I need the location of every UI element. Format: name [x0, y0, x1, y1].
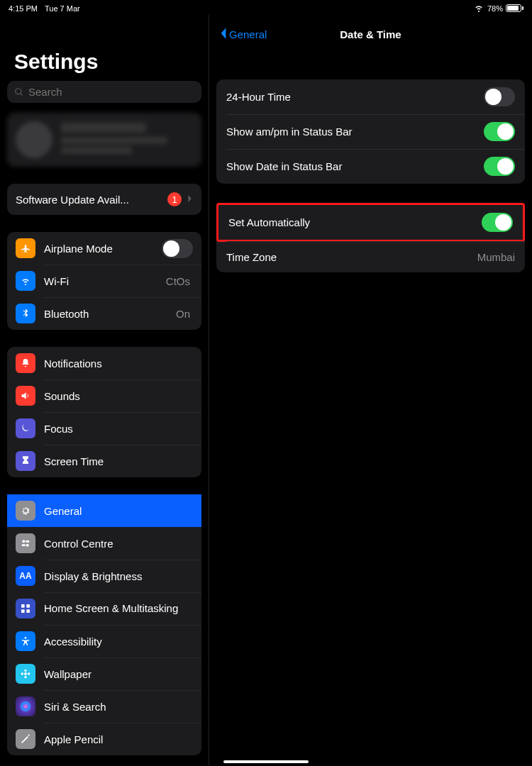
sidebar-item-bluetooth[interactable]: Bluetooth On: [7, 297, 201, 330]
profile-text: [61, 123, 167, 157]
grid-icon: [16, 599, 35, 618]
text-size-icon: AA: [16, 566, 35, 586]
svg-rect-2: [22, 544, 26, 546]
time-zone-value: Mumbai: [477, 251, 515, 263]
detail-pane: General Date & Time 24-Hour Time Show am…: [209, 14, 532, 766]
svg-point-10: [24, 670, 26, 672]
detail-title: Date & Time: [340, 28, 401, 40]
search-input[interactable]: [7, 81, 201, 103]
sidebar-item-general[interactable]: General: [7, 494, 201, 527]
sidebar-item-sounds[interactable]: Sounds: [7, 379, 201, 412]
sidebar-item-control-centre[interactable]: Control Centre: [7, 527, 201, 560]
status-time: 4:15 PM: [9, 4, 38, 13]
system-group: General Control Centre AA Display & Brig…: [7, 494, 201, 755]
airplane-icon: [16, 238, 35, 258]
sidebar-item-pencil[interactable]: Apple Pencil: [7, 723, 201, 755]
home-indicator[interactable]: [223, 760, 309, 763]
wifi-settings-icon: [16, 271, 35, 291]
page-title: Settings: [7, 50, 201, 74]
software-update-row[interactable]: Software Update Avail... 1: [7, 184, 201, 215]
bell-icon: [16, 353, 35, 373]
toggle-show-date[interactable]: [484, 157, 515, 176]
svg-point-13: [28, 672, 30, 675]
avatar: [16, 121, 52, 158]
toggle-ampm[interactable]: [484, 122, 515, 141]
hourglass-icon: [16, 451, 35, 471]
row-show-date[interactable]: Show Date in Status Bar: [216, 149, 525, 184]
bluetooth-icon: [16, 304, 35, 323]
settings-sidebar: Settings Software Update Avail... 1: [0, 14, 209, 766]
svg-rect-3: [26, 540, 29, 543]
row-time-zone[interactable]: Time Zone Mumbai: [216, 241, 525, 272]
detail-header: General Date & Time: [216, 17, 525, 51]
battery-icon: [506, 4, 523, 12]
moon-icon: [16, 418, 35, 438]
chevron-left-icon: [219, 27, 228, 42]
siri-icon: [16, 696, 35, 716]
connectivity-group: Airplane Mode Wi-Fi CtOs Bluetooth On: [7, 232, 201, 330]
search-icon: [14, 87, 24, 97]
svg-point-8: [25, 637, 27, 639]
svg-rect-6: [21, 609, 25, 613]
bluetooth-value: On: [176, 308, 190, 320]
sidebar-item-wallpaper[interactable]: Wallpaper: [7, 657, 201, 690]
time-display-group: 24-Hour Time Show am/pm in Status Bar Sh…: [216, 79, 525, 184]
sidebar-item-display[interactable]: AA Display & Brightness: [7, 560, 201, 592]
toggle-24hour[interactable]: [484, 87, 515, 106]
software-update-card: Software Update Avail... 1: [7, 184, 201, 215]
status-bar: 4:15 PM Tue 7 Mar 78%: [0, 0, 532, 14]
sidebar-item-focus[interactable]: Focus: [7, 412, 201, 445]
sidebar-item-airplane[interactable]: Airplane Mode: [7, 232, 201, 265]
wifi-icon: [473, 2, 484, 15]
battery-percent: 78%: [487, 4, 503, 13]
toggle-set-automatically[interactable]: [482, 213, 513, 232]
svg-point-11: [24, 676, 26, 678]
svg-rect-7: [26, 609, 30, 613]
sidebar-item-wifi[interactable]: Wi-Fi CtOs: [7, 265, 201, 297]
search-field[interactable]: [28, 86, 194, 98]
sidebar-item-notifications[interactable]: Notifications: [7, 347, 201, 379]
row-ampm[interactable]: Show am/pm in Status Bar: [216, 114, 525, 149]
chevron-right-icon: [187, 193, 193, 206]
sidebar-item-siri[interactable]: Siri & Search: [7, 690, 201, 723]
flower-icon: [16, 664, 35, 684]
row-set-automatically[interactable]: Set Automatically: [216, 203, 525, 242]
status-date: Tue 7 Mar: [45, 4, 80, 13]
svg-point-0: [22, 540, 25, 543]
timezone-group: Set Automatically Time Zone Mumbai: [216, 203, 525, 272]
apple-id-card[interactable]: [7, 113, 201, 167]
speaker-icon: [16, 386, 35, 406]
switches-icon: [16, 533, 35, 553]
wifi-value: CtOs: [166, 275, 190, 287]
accessibility-icon: [16, 631, 35, 651]
row-24hour[interactable]: 24-Hour Time: [216, 79, 525, 114]
svg-point-1: [26, 544, 29, 547]
sidebar-item-homescreen[interactable]: Home Screen & Multitasking: [7, 592, 201, 625]
update-badge: 1: [167, 192, 182, 206]
sidebar-item-screentime[interactable]: Screen Time: [7, 445, 201, 477]
alerts-group: Notifications Sounds Focus Screen Time: [7, 347, 201, 477]
svg-rect-4: [21, 604, 25, 608]
svg-point-9: [24, 672, 27, 675]
sidebar-item-accessibility[interactable]: Accessibility: [7, 625, 201, 657]
airplane-toggle[interactable]: [162, 239, 193, 258]
gear-icon: [16, 501, 35, 521]
pencil-icon: [16, 729, 35, 749]
svg-rect-5: [26, 604, 30, 608]
svg-point-12: [21, 672, 23, 675]
back-button[interactable]: General: [219, 27, 267, 42]
